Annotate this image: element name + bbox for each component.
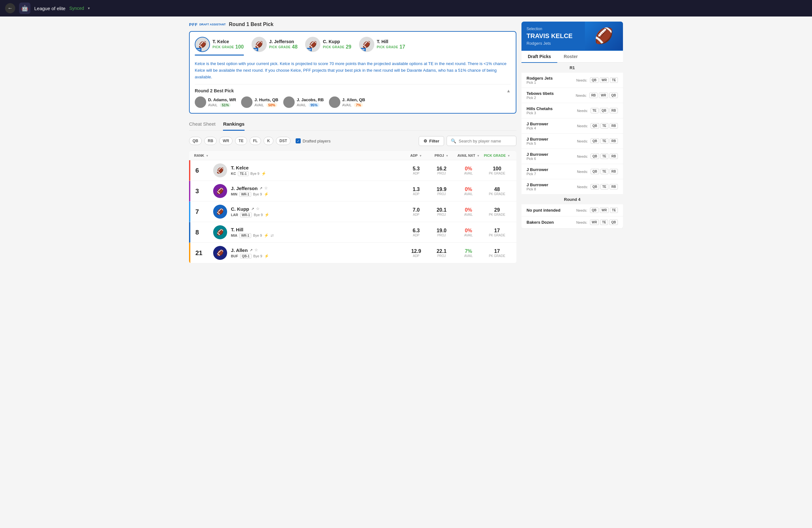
need-badge-6-0: QB <box>591 169 599 174</box>
th-proj[interactable]: PROJ ▼ <box>429 154 454 157</box>
right-tab-draft-picks[interactable]: Draft Picks <box>521 51 557 63</box>
adp-sort-icon: ▼ <box>419 154 422 157</box>
player-ext-link-2[interactable]: ↗ <box>251 207 254 211</box>
table-row[interactable]: 7 🏈 C. Kupp ↗ ☆ LAR WR-1 Bye 9 ⚡ <box>189 201 517 222</box>
rec-players-row: 🏈 WR T. Kelce PICK GRADE 100 <box>195 37 511 56</box>
need-badge-r4-0-0: QB <box>590 208 598 213</box>
player-pkgrade-3: 17 PK GRADE <box>483 228 511 237</box>
round4-pick-needs-1: Needs: WR TE QB <box>576 219 618 225</box>
pick-row-7: J Burrower Pick 8 Needs: QB TE RB <box>521 179 623 195</box>
round2-avatar-2 <box>283 97 295 108</box>
round4-pick-needs-0: Needs: QB WR TE <box>576 208 618 213</box>
round2-name-0: D. Adams, WR <box>208 97 236 102</box>
pick-num-3: Pick 4 <box>526 126 548 130</box>
pick-needs-3: Needs: QB TE RB <box>577 123 618 129</box>
player-team-1: MIN <box>231 192 237 196</box>
rec-player-3[interactable]: 🏈 WR T. Hill PICK GRADE 17 <box>359 37 405 56</box>
need-badge-5-0: QB <box>591 154 599 159</box>
table-row[interactable]: 21 🏈 J. Allen ↗ ☆ BUF QB-1 Bye 9 ⚡ <box>189 243 517 263</box>
pos-filter-qb[interactable]: QB <box>189 137 202 145</box>
round2-name-2: J. Jacobs, RB <box>296 97 323 102</box>
pick-team-1: Tebows tibets <box>526 91 554 96</box>
rank-sort-icon: ▼ <box>206 154 209 157</box>
player-team-0: KC <box>231 172 236 175</box>
rec-player-1[interactable]: 🏈 WR J. Jefferson PICK GRADE 48 <box>251 37 298 56</box>
rec-player-name-2: C. Kupp <box>323 39 351 44</box>
player-pkgrade-2: 29 PK GRADE <box>483 207 511 216</box>
player-bye-4: Bye 9 <box>253 254 262 258</box>
player-bye-2: Bye 9 <box>254 213 263 217</box>
pos-filter-te[interactable]: TE <box>235 137 247 145</box>
table-row[interactable]: 8 🏈 T. Hill MIA WR-1 Bye 9 ⚡ ⇄ 6.3 <box>189 222 517 243</box>
th-avail[interactable]: AVAIL NXT ▼ <box>454 154 483 157</box>
player-avail-2: 0% AVAIL <box>454 207 483 216</box>
need-badge-0-2: TE <box>610 77 618 83</box>
player-ext-link-4[interactable]: ↗ <box>250 248 252 252</box>
rec-description: Kelce is the best option with your curre… <box>195 61 511 80</box>
pos-filter-rb[interactable]: RB <box>204 137 217 145</box>
drafted-checkbox[interactable]: ✓ <box>295 138 301 143</box>
pick-needs-0: Needs: QB WR TE <box>576 77 618 83</box>
player-star-1[interactable]: ☆ <box>264 186 268 190</box>
player-star-4[interactable]: ☆ <box>255 248 258 252</box>
top-nav: ← 🤖 League of elite Synced ▾ <box>0 0 812 16</box>
player-team-3: MIA <box>231 233 237 237</box>
pkgrade-sort-icon: ▼ <box>508 154 510 157</box>
table-header: RANK ▼ ADP ▼ PROJ ▼ AVAIL NXT ▼ PICK GR <box>189 151 517 160</box>
rec-player-2[interactable]: 🏈 WR C. Kupp PICK GRADE 29 <box>305 37 351 56</box>
sync-status: Synced <box>69 6 84 11</box>
player-ext-link-1[interactable]: ↗ <box>259 186 262 190</box>
round2-collapse-icon[interactable]: ▲ <box>506 88 511 93</box>
player-details-2: C. Kupp ↗ ☆ LAR WR-1 Bye 9 ⚡ <box>231 206 404 217</box>
avail-label-1: AVAIL <box>255 103 264 107</box>
search-icon: 🔍 <box>451 138 456 143</box>
back-button[interactable]: ← <box>5 3 15 13</box>
table-row[interactable]: 3 🏈 J. Jefferson ↗ ☆ MIN WR-1 Bye 9 ⚡ <box>189 181 517 201</box>
pos-filter-wr[interactable]: WR <box>219 137 232 145</box>
pos-filter-dst[interactable]: DST <box>276 137 291 145</box>
player-pkgrade-4: 17 PK GRADE <box>483 248 511 258</box>
rec-player-name-0: T. Kelce <box>213 39 244 44</box>
player-avatar-0: 🏈 <box>213 163 227 177</box>
th-adp[interactable]: ADP ▼ <box>404 154 429 157</box>
player-name-1: J. Jefferson <box>231 186 258 191</box>
need-badge-3-1: TE <box>600 123 608 129</box>
pos-filter-k[interactable]: K <box>264 137 273 145</box>
search-box[interactable]: 🔍 <box>447 136 517 146</box>
player-proj-3: 19.0 PROJ <box>429 228 454 237</box>
table-row[interactable]: 6 🏈 T. Kelce KC TE-1 Bye 9 ⚡ 5.3 ADP <box>189 160 517 181</box>
drafted-players-toggle[interactable]: ✓ Drafted players <box>295 138 331 143</box>
need-badge-3-2: RB <box>610 123 618 129</box>
pos-filter-fl[interactable]: FL <box>250 137 261 145</box>
search-input[interactable] <box>459 139 512 143</box>
pick-needs-5: Needs: QB TE RB <box>577 154 618 159</box>
player-postag-3: WR-1 <box>239 233 251 238</box>
pick-team-6: J Burrower <box>526 167 548 172</box>
player-details-1: J. Jefferson ↗ ☆ MIN WR-1 Bye 9 ⚡ <box>231 186 404 197</box>
player-adp-1: 1.3 ADP <box>404 187 429 196</box>
round2-name-3: J. Allen, QB <box>342 97 365 102</box>
th-pkgrade[interactable]: PICK GRADE ▼ <box>483 154 511 157</box>
tab-rankings[interactable]: Rankings <box>223 119 245 131</box>
player-star-2[interactable]: ☆ <box>256 206 259 211</box>
th-rank[interactable]: RANK ▼ <box>194 154 213 157</box>
rec-player-avatar-3: 🏈 WR <box>359 37 374 52</box>
right-tab-roster[interactable]: Roster <box>557 51 584 63</box>
player-postag-0: TE-1 <box>238 171 249 176</box>
rec-pick-label-1: PICK GRADE <box>269 45 291 49</box>
need-badge-3-0: QB <box>591 123 599 129</box>
filter-button[interactable]: ⚙ Filter <box>419 136 444 146</box>
player-speed-icon-1: ⚡ <box>264 192 269 196</box>
player-adp-3: 6.3 ADP <box>404 228 429 237</box>
player-rank-2: 7 <box>195 208 213 215</box>
rec-player-0[interactable]: 🏈 WR T. Kelce PICK GRADE 100 <box>195 37 244 56</box>
round4-pick-team-1: Bakers Dozen <box>526 220 554 225</box>
need-badge-1-1: WR <box>599 92 608 98</box>
nav-chevron-icon[interactable]: ▾ <box>88 6 90 11</box>
need-badge-7-1: TE <box>600 184 608 189</box>
player-rank-3: 8 <box>195 229 213 236</box>
round4-header: Round 4 <box>521 195 623 204</box>
tab-cheat-sheet[interactable]: Cheat Sheet <box>189 119 215 130</box>
player-proj-0: 16.2 PROJ <box>429 166 454 175</box>
player-name-4: J. Allen <box>231 247 248 253</box>
